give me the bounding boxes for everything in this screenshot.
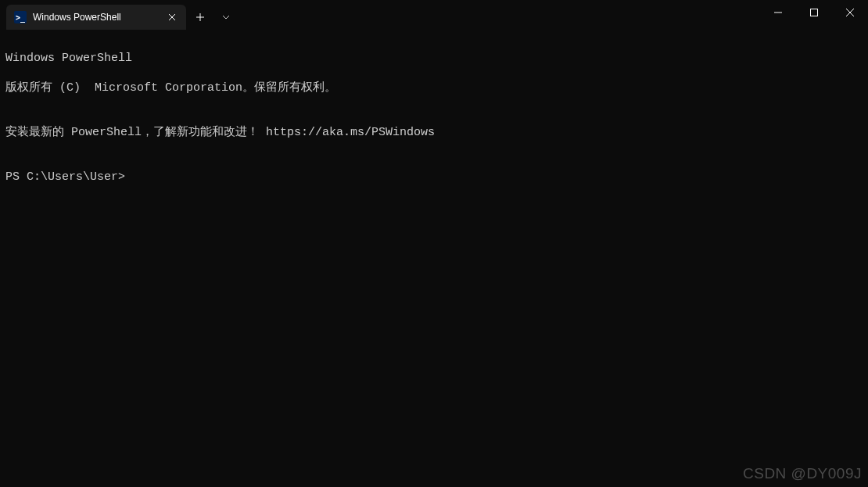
terminal-prompt: PS C:\Users\User> [5,170,125,184]
tab-powershell[interactable]: >_ Windows PowerShell [6,5,186,30]
plus-icon [196,13,204,21]
terminal-line: Windows PowerShell [5,51,863,66]
minimize-icon [774,9,782,16]
tab-title: Windows PowerShell [33,12,160,23]
minimize-button[interactable] [760,0,796,25]
tabs-area: >_ Windows PowerShell [0,0,238,30]
svg-rect-5 [811,9,818,16]
terminal-prompt-line: PS C:\Users\User> [5,170,863,184]
tab-close-button[interactable] [166,11,178,23]
maximize-icon [810,9,818,16]
window-controls [760,0,868,25]
chevron-down-icon [222,15,230,20]
titlebar: >_ Windows PowerShell [0,0,868,30]
terminal-line: 安装最新的 PowerShell，了解新功能和改进！ https://aka.m… [5,125,863,140]
powershell-icon: >_ [14,11,27,23]
window-close-button[interactable] [832,0,868,25]
terminal-line: 版权所有 (C) Microsoft Corporation。保留所有权利。 [5,81,863,95]
close-icon [168,13,176,21]
terminal-body[interactable]: Windows PowerShell 版权所有 (C) Microsoft Co… [0,30,868,206]
tab-dropdown-button[interactable] [214,5,238,30]
close-icon [846,9,854,16]
new-tab-button[interactable] [186,5,214,30]
maximize-button[interactable] [796,0,832,25]
watermark: CSDN @DY009J [743,465,862,482]
powershell-icon-glyph: >_ [16,13,25,22]
